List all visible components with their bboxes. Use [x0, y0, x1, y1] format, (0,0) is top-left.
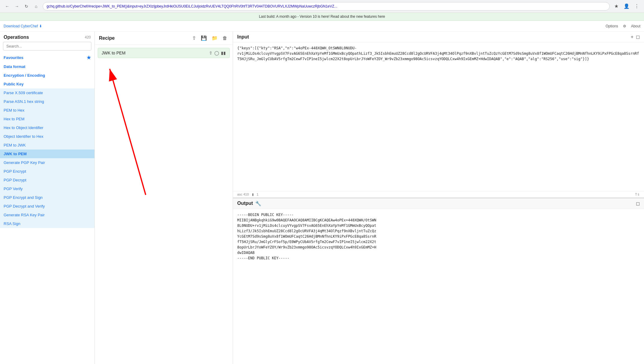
menu-button[interactable]: ⋮ — [633, 2, 641, 11]
output-header: Output 🔧 ◻ — [233, 198, 644, 209]
input-title: Input — [237, 34, 249, 40]
recipe-save-button[interactable]: 💾 — [200, 35, 208, 42]
sidebar-item-pgp-verify[interactable]: PGP Verify — [0, 184, 94, 193]
recipe-item-jwk-to-pem: JWK to PEM ⇧ ◯ ▮▮ — [98, 48, 230, 58]
sidebar-category-public-key[interactable]: Public Key — [0, 80, 94, 88]
sidebar-item-generate-rsa[interactable]: Generate RSA Key Pair — [0, 211, 94, 219]
output-panel: Output 🔧 ◻ -----BEGIN PUBLIC KEY----- MI… — [233, 198, 644, 364]
forward-button[interactable]: → — [13, 2, 21, 11]
reload-button[interactable]: ↻ — [22, 2, 31, 11]
sidebar-item-pgp-encrypt[interactable]: PGP Encrypt — [0, 167, 94, 176]
sidebar-item-parse-asn1[interactable]: Parse ASN.1 hex string — [0, 97, 94, 106]
input-panel: Input + ◻ {"keys":[{"kty":"RSA","n":"w4o… — [233, 32, 644, 198]
sidebar-item-parse-x509[interactable]: Parse X.509 certificate — [0, 88, 94, 97]
top-bar: Download CyberChef ⬇ Options ⚙ About — [0, 21, 644, 32]
about-button[interactable]: About — [631, 24, 640, 28]
red-arrow-annotation — [95, 45, 233, 285]
input-actions: + ◻ — [631, 34, 640, 40]
recipe-item-remove-button[interactable]: ▮▮ — [221, 51, 226, 55]
search-input[interactable] — [3, 42, 91, 51]
sidebar-category-data-format[interactable]: Data format — [0, 62, 94, 71]
recipe-delete-button[interactable]: 🗑 — [221, 35, 228, 42]
input-char-count: asc 410 — [237, 193, 249, 196]
recipe-panel: Recipe ⇧ 💾 📁 🗑 JWK to PEM ⇧ ◯ ▮▮ — [95, 32, 233, 364]
sidebar-item-jwk-to-pem[interactable]: JWK to PEM — [0, 150, 94, 158]
browser-icons: ★ 👤 ⋮ — [612, 2, 641, 11]
sidebar-item-generate-pgp[interactable]: Generate PGP Key Pair — [0, 158, 94, 167]
output-expand-button[interactable]: ◻ — [636, 201, 640, 206]
sidebar-item-pgp-encrypt-sign[interactable]: PGP Encrypt and Sign — [0, 193, 94, 202]
output-textarea[interactable]: -----BEGIN PUBLIC KEY----- MIIBIjANBgkqh… — [233, 209, 644, 364]
sidebar-title: Operations — [4, 35, 29, 40]
output-title: Output — [237, 201, 253, 206]
input-textarea[interactable]: {"keys":[{"kty":"RSA","n":"w4oPEx-448XQW… — [233, 42, 644, 191]
sidebar-category-encryption[interactable]: Encryption / Encoding — [0, 71, 94, 80]
recipe-title: Recipe — [99, 35, 115, 41]
input-header: Input + ◻ — [233, 32, 644, 42]
browser-bar: ← → ↻ ⌂ ★ 👤 ⋮ — [0, 0, 644, 13]
address-bar[interactable] — [43, 2, 610, 11]
top-right-actions: Options ⚙ About — [606, 24, 640, 28]
sidebar-item-pgp-decrypt[interactable]: PGP Decrypt — [0, 176, 94, 184]
gear-icon[interactable]: ⚙ — [623, 24, 626, 28]
recipe-content: JWK to PEM ⇧ ◯ ▮▮ — [95, 45, 233, 364]
nav-buttons: ← → ↻ ⌂ — [3, 2, 40, 11]
star-icon: ★ — [87, 55, 91, 60]
sidebar-item-oid-to-hex[interactable]: Object Identifier to Hex — [0, 132, 94, 141]
svg-line-1 — [110, 69, 146, 195]
recipe-item-controls: ⇧ ◯ ▮▮ — [209, 51, 226, 55]
recipe-folder-button[interactable]: 📁 — [210, 35, 219, 42]
recipe-up-button[interactable]: ⇧ — [191, 35, 197, 42]
input-font-button[interactable]: T⇓ — [635, 193, 640, 196]
ops-count: 420 — [85, 35, 91, 39]
download-link[interactable]: Download CyberChef ⬇ — [4, 24, 42, 28]
sidebar-header: Operations 420 — [0, 32, 94, 42]
profile-button[interactable]: 👤 — [622, 2, 631, 11]
sidebar-item-rsa-sign[interactable]: RSA Sign — [0, 219, 94, 228]
sidebar-item-pem-to-jwk[interactable]: PEM to JWK — [0, 141, 94, 150]
recipe-item-disable-button[interactable]: ◯ — [214, 51, 219, 55]
input-add-button[interactable]: + — [631, 34, 633, 40]
output-title-row: Output 🔧 — [237, 201, 261, 206]
recipe-header: Recipe ⇧ 💾 📁 🗑 — [95, 32, 233, 45]
options-button[interactable]: Options — [606, 24, 618, 28]
sidebar-item-pem-to-hex[interactable]: PEM to Hex — [0, 106, 94, 115]
recipe-item-up-button[interactable]: ⇧ — [209, 51, 213, 55]
back-button[interactable]: ← — [3, 2, 11, 11]
sidebar-item-pgp-decrypt-verify[interactable]: PGP Decrypt and Verify — [0, 202, 94, 211]
download-text: Download CyberChef — [4, 24, 38, 28]
home-button[interactable]: ⌂ — [32, 2, 40, 11]
sidebar-item-hex-to-oid[interactable]: Hex to Object Identifier — [0, 123, 94, 132]
recipe-actions: ⇧ 💾 📁 🗑 — [191, 35, 228, 42]
recipe-item-label: JWK to PEM — [102, 51, 125, 55]
sidebar-item-hex-to-pem[interactable]: Hex to PEM — [0, 115, 94, 123]
bookmark-button[interactable]: ★ — [612, 2, 621, 11]
sidebar-list: Favourites ★ Data format Encryption / En… — [0, 53, 94, 364]
input-line-sep: ▮ — [252, 193, 254, 196]
input-footer: asc 410 ▮ 1 T⇓ — [233, 191, 644, 198]
main-layout: Operations 420 Favourites ★ Data format … — [0, 32, 644, 364]
input-line-count: 1 — [257, 193, 259, 196]
sidebar-section-favourites[interactable]: Favourites ★ — [0, 53, 94, 62]
notification-bar: Last build: A month ago - Version 10 is … — [0, 13, 644, 21]
io-panels: Input + ◻ {"keys":[{"kty":"RSA","n":"w4o… — [233, 32, 644, 364]
input-expand-button[interactable]: ◻ — [636, 34, 640, 40]
download-icon: ⬇ — [39, 24, 42, 28]
sidebar: Operations 420 Favourites ★ Data format … — [0, 32, 95, 364]
magic-wand-icon[interactable]: 🔧 — [255, 201, 261, 206]
